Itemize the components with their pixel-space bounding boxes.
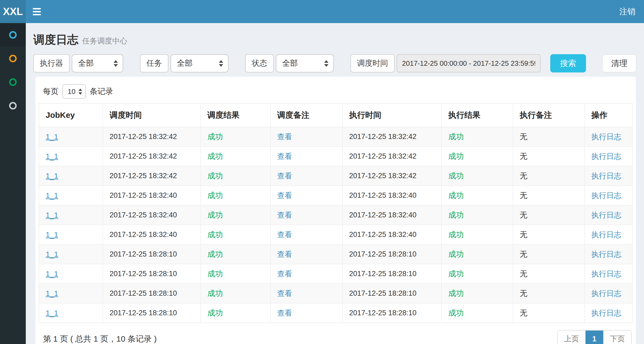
- pagination: 上页 1 下页: [557, 330, 632, 344]
- column-header: 操作: [585, 103, 632, 127]
- jobkey-link[interactable]: 1_1: [46, 191, 58, 200]
- table-row: 1_1 2017-12-25 18:28:10 成功 查看 2017-12-25…: [39, 284, 632, 303]
- pagination-summary: 第 1 页 ( 总共 1 页，10 条记录 ): [43, 334, 157, 344]
- trigger-time-cell: 2017-12-25 18:28:10: [103, 284, 201, 303]
- handle-result-cell: 成功: [442, 244, 513, 264]
- trigger-msg-link[interactable]: 查看: [277, 191, 292, 200]
- trigger-msg-link[interactable]: 查看: [277, 211, 292, 219]
- trigger-time-cell: 2017-12-25 18:32:42: [103, 166, 201, 186]
- pagination-next-button[interactable]: 下页: [603, 331, 631, 344]
- jobkey-link[interactable]: 1_1: [46, 250, 58, 258]
- column-header: 执行备注: [513, 103, 585, 127]
- handle-msg-cell: 无: [513, 244, 585, 264]
- trigger-result-cell: 成功: [201, 284, 270, 303]
- select-arrows-icon: [219, 60, 223, 67]
- trigger-msg-link[interactable]: 查看: [277, 309, 292, 317]
- select-arrows-icon: [324, 60, 328, 67]
- jobkey-link[interactable]: 1_1: [46, 133, 58, 141]
- trigger-time-cell: 2017-12-25 18:28:10: [103, 303, 201, 323]
- app-logo[interactable]: XXL: [0, 0, 26, 23]
- table-row: 1_1 2017-12-25 18:28:10 成功 查看 2017-12-25…: [39, 264, 632, 284]
- sidebar-item-4[interactable]: [0, 94, 26, 118]
- jobkey-link[interactable]: 1_1: [46, 172, 58, 180]
- handle-result-cell: 成功: [442, 186, 513, 205]
- jobkey-link[interactable]: 1_1: [46, 230, 58, 239]
- sidebar-item-2[interactable]: [0, 47, 26, 70]
- status-filter-group: 状态 全部: [245, 54, 334, 72]
- table-row: 1_1 2017-12-25 18:32:42 成功 查看 2017-12-25…: [39, 166, 632, 186]
- exec-log-link[interactable]: 执行日志: [591, 230, 621, 239]
- trigger-result-cell: 成功: [201, 244, 270, 264]
- jobkey-link[interactable]: 1_1: [46, 152, 58, 160]
- handle-result-cell: 成功: [442, 284, 513, 303]
- table-row: 1_1 2017-12-25 18:32:40 成功 查看 2017-12-25…: [39, 225, 632, 244]
- table-row: 1_1 2017-12-25 18:32:40 成功 查看 2017-12-25…: [39, 186, 632, 205]
- table-header-row: JobKey调度时间调度结果调度备注执行时间执行结果执行备注操作: [39, 103, 632, 127]
- trigger-msg-link[interactable]: 查看: [277, 230, 292, 239]
- sidebar-toggle-button[interactable]: [26, 0, 48, 23]
- trigger-result-cell: 成功: [201, 127, 270, 147]
- table-row: 1_1 2017-12-25 18:32:40 成功 查看 2017-12-25…: [39, 205, 632, 225]
- executor-select[interactable]: 全部: [72, 54, 123, 72]
- content-area: 调度日志任务调度中心 执行器 全部 任务 全部 状态 全部: [26, 23, 644, 344]
- filter-bar: 执行器 全部 任务 全部 状态 全部 调度时间 搜索: [33, 54, 636, 72]
- exec-log-link[interactable]: 执行日志: [591, 270, 621, 278]
- trigger-result-cell: 成功: [201, 264, 270, 284]
- sidebar-item-3[interactable]: [0, 70, 26, 94]
- handle-time-cell: 2017-12-25 18:32:42: [342, 166, 442, 186]
- status-select[interactable]: 全部: [276, 54, 334, 72]
- page-size-select[interactable]: 10: [62, 84, 86, 99]
- trigger-msg-link[interactable]: 查看: [277, 172, 292, 180]
- pagination-prev-button[interactable]: 上页: [558, 331, 585, 344]
- page-size-value: 10: [68, 87, 75, 96]
- exec-log-link[interactable]: 执行日志: [591, 152, 621, 160]
- logout-link[interactable]: 注销: [611, 0, 644, 23]
- circle-icon: [9, 31, 17, 39]
- exec-log-link[interactable]: 执行日志: [591, 172, 621, 180]
- time-range-input[interactable]: [397, 54, 541, 72]
- exec-log-link[interactable]: 执行日志: [591, 309, 621, 317]
- trigger-msg-link[interactable]: 查看: [277, 270, 292, 278]
- exec-log-link[interactable]: 执行日志: [591, 133, 621, 141]
- pagination-current-page[interactable]: 1: [585, 331, 603, 344]
- trigger-msg-link[interactable]: 查看: [277, 250, 292, 258]
- executor-filter-group: 执行器 全部: [33, 54, 123, 72]
- page-header: 调度日志任务调度中心: [33, 30, 636, 54]
- table-row: 1_1 2017-12-25 18:32:42 成功 查看 2017-12-25…: [39, 147, 632, 166]
- job-filter-group: 任务 全部: [140, 54, 229, 72]
- jobkey-link[interactable]: 1_1: [46, 270, 58, 278]
- sidebar-menu: [0, 23, 26, 344]
- jobkey-link[interactable]: 1_1: [46, 211, 58, 219]
- handle-msg-cell: 无: [513, 225, 585, 244]
- search-button[interactable]: 搜索: [550, 54, 586, 72]
- trigger-time-cell: 2017-12-25 18:28:10: [103, 244, 201, 264]
- handle-time-cell: 2017-12-25 18:32:42: [342, 147, 442, 166]
- table-body: 1_1 2017-12-25 18:32:42 成功 查看 2017-12-25…: [39, 127, 632, 323]
- page-size-row: 每页 10 条记录: [43, 84, 633, 99]
- trigger-msg-link[interactable]: 查看: [277, 289, 292, 298]
- exec-log-link[interactable]: 执行日志: [591, 289, 621, 298]
- exec-log-link[interactable]: 执行日志: [591, 250, 621, 258]
- handle-time-cell: 2017-12-25 18:28:10: [342, 303, 442, 323]
- trigger-msg-link[interactable]: 查看: [277, 133, 292, 141]
- jobkey-link[interactable]: 1_1: [46, 309, 58, 317]
- exec-log-link[interactable]: 执行日志: [591, 211, 621, 219]
- top-navbar: XXL 注销: [0, 0, 644, 23]
- table-row: 1_1 2017-12-25 18:28:10 成功 查看 2017-12-25…: [39, 303, 632, 323]
- clear-button[interactable]: 清理: [602, 54, 636, 72]
- trigger-result-cell: 成功: [201, 303, 270, 323]
- handle-result-cell: 成功: [442, 147, 513, 166]
- jobkey-link[interactable]: 1_1: [46, 289, 58, 298]
- trigger-result-cell: 成功: [201, 186, 270, 205]
- handle-msg-cell: 无: [513, 147, 585, 166]
- handle-msg-cell: 无: [513, 186, 585, 205]
- status-select-value: 全部: [282, 58, 298, 69]
- trigger-msg-link[interactable]: 查看: [277, 152, 292, 160]
- job-select[interactable]: 全部: [171, 54, 229, 72]
- handle-result-cell: 成功: [442, 303, 513, 323]
- exec-log-link[interactable]: 执行日志: [591, 191, 621, 200]
- sidebar-item-1[interactable]: [0, 23, 26, 47]
- hamburger-icon: [33, 8, 41, 15]
- handle-time-cell: 2017-12-25 18:28:10: [342, 284, 442, 303]
- handle-msg-cell: 无: [513, 166, 585, 186]
